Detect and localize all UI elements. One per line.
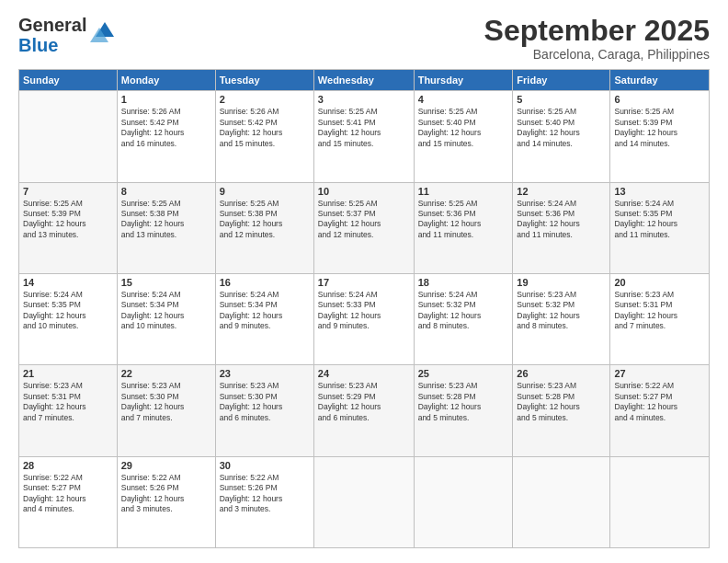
calendar-week-row: 1Sunrise: 5:26 AM Sunset: 5:42 PM Daylig…	[19, 91, 710, 182]
day-info: Sunrise: 5:24 AM Sunset: 5:34 PM Dayligh…	[121, 290, 211, 332]
calendar-header-row: Sunday Monday Tuesday Wednesday Thursday…	[19, 70, 710, 91]
table-row: 8Sunrise: 5:25 AM Sunset: 5:38 PM Daylig…	[117, 182, 215, 273]
day-info: Sunrise: 5:23 AM Sunset: 5:31 PM Dayligh…	[23, 381, 113, 423]
day-number: 12	[517, 186, 606, 197]
table-row: 5Sunrise: 5:25 AM Sunset: 5:40 PM Daylig…	[513, 91, 610, 182]
day-info: Sunrise: 5:26 AM Sunset: 5:42 PM Dayligh…	[121, 107, 211, 149]
day-number: 14	[23, 277, 113, 288]
day-number: 23	[220, 368, 310, 379]
table-row	[313, 456, 414, 547]
page: General Blue September 2025 Barcelona, C…	[0, 0, 728, 563]
table-row: 2Sunrise: 5:26 AM Sunset: 5:42 PM Daylig…	[215, 91, 313, 182]
day-info: Sunrise: 5:23 AM Sunset: 5:29 PM Dayligh…	[318, 381, 410, 423]
day-number: 7	[23, 186, 113, 197]
day-info: Sunrise: 5:25 AM Sunset: 5:38 PM Dayligh…	[121, 199, 211, 241]
day-number: 2	[220, 94, 310, 105]
day-info: Sunrise: 5:25 AM Sunset: 5:36 PM Dayligh…	[418, 199, 509, 241]
day-number: 19	[517, 277, 606, 288]
day-info: Sunrise: 5:23 AM Sunset: 5:32 PM Dayligh…	[517, 290, 606, 332]
calendar-week-row: 7Sunrise: 5:25 AM Sunset: 5:39 PM Daylig…	[19, 182, 710, 273]
table-row: 6Sunrise: 5:25 AM Sunset: 5:39 PM Daylig…	[610, 91, 710, 182]
logo: General Blue	[18, 15, 118, 55]
day-info: Sunrise: 5:23 AM Sunset: 5:30 PM Dayligh…	[220, 381, 310, 423]
day-number: 1	[121, 94, 211, 105]
table-row: 7Sunrise: 5:25 AM Sunset: 5:39 PM Daylig…	[19, 182, 118, 273]
location-subtitle: Barcelona, Caraga, Philippines	[484, 47, 710, 62]
day-number: 15	[121, 277, 211, 288]
day-info: Sunrise: 5:22 AM Sunset: 5:27 PM Dayligh…	[614, 381, 705, 423]
day-number: 18	[418, 277, 509, 288]
day-number: 16	[220, 277, 310, 288]
calendar-week-row: 21Sunrise: 5:23 AM Sunset: 5:31 PM Dayli…	[19, 365, 710, 456]
table-row: 15Sunrise: 5:24 AM Sunset: 5:34 PM Dayli…	[117, 273, 215, 364]
col-tuesday: Tuesday	[215, 70, 313, 91]
day-info: Sunrise: 5:25 AM Sunset: 5:41 PM Dayligh…	[318, 107, 410, 149]
col-saturday: Saturday	[610, 70, 710, 91]
day-info: Sunrise: 5:24 AM Sunset: 5:35 PM Dayligh…	[614, 199, 705, 241]
table-row: 23Sunrise: 5:23 AM Sunset: 5:30 PM Dayli…	[215, 365, 313, 456]
col-sunday: Sunday	[19, 70, 118, 91]
table-row: 4Sunrise: 5:25 AM Sunset: 5:40 PM Daylig…	[414, 91, 513, 182]
day-number: 22	[121, 368, 211, 379]
table-row: 25Sunrise: 5:23 AM Sunset: 5:28 PM Dayli…	[414, 365, 513, 456]
day-number: 10	[318, 186, 410, 197]
table-row	[513, 456, 610, 547]
day-info: Sunrise: 5:26 AM Sunset: 5:42 PM Dayligh…	[220, 107, 310, 149]
day-number: 26	[517, 368, 606, 379]
day-number: 5	[517, 94, 606, 105]
day-number: 20	[614, 277, 705, 288]
day-number: 29	[121, 460, 211, 471]
col-monday: Monday	[117, 70, 215, 91]
table-row: 18Sunrise: 5:24 AM Sunset: 5:32 PM Dayli…	[414, 273, 513, 364]
day-number: 27	[614, 368, 705, 379]
table-row: 11Sunrise: 5:25 AM Sunset: 5:36 PM Dayli…	[414, 182, 513, 273]
col-wednesday: Wednesday	[313, 70, 414, 91]
logo-line1: General	[18, 15, 86, 35]
day-number: 30	[220, 460, 310, 471]
day-number: 17	[318, 277, 410, 288]
day-info: Sunrise: 5:24 AM Sunset: 5:33 PM Dayligh…	[318, 290, 410, 332]
table-row: 3Sunrise: 5:25 AM Sunset: 5:41 PM Daylig…	[313, 91, 414, 182]
header: General Blue September 2025 Barcelona, C…	[18, 15, 710, 62]
table-row: 13Sunrise: 5:24 AM Sunset: 5:35 PM Dayli…	[610, 182, 710, 273]
table-row: 26Sunrise: 5:23 AM Sunset: 5:28 PM Dayli…	[513, 365, 610, 456]
day-info: Sunrise: 5:23 AM Sunset: 5:30 PM Dayligh…	[121, 381, 211, 423]
day-info: Sunrise: 5:22 AM Sunset: 5:26 PM Dayligh…	[220, 473, 310, 515]
day-info: Sunrise: 5:25 AM Sunset: 5:39 PM Dayligh…	[23, 199, 113, 241]
table-row: 17Sunrise: 5:24 AM Sunset: 5:33 PM Dayli…	[313, 273, 414, 364]
day-info: Sunrise: 5:25 AM Sunset: 5:37 PM Dayligh…	[318, 199, 410, 241]
table-row: 9Sunrise: 5:25 AM Sunset: 5:38 PM Daylig…	[215, 182, 313, 273]
day-number: 28	[23, 460, 113, 471]
table-row	[414, 456, 513, 547]
day-number: 11	[418, 186, 509, 197]
day-number: 3	[318, 94, 410, 105]
table-row: 21Sunrise: 5:23 AM Sunset: 5:31 PM Dayli…	[19, 365, 118, 456]
day-info: Sunrise: 5:25 AM Sunset: 5:38 PM Dayligh…	[220, 199, 310, 241]
table-row: 20Sunrise: 5:23 AM Sunset: 5:31 PM Dayli…	[610, 273, 710, 364]
day-info: Sunrise: 5:24 AM Sunset: 5:32 PM Dayligh…	[418, 290, 509, 332]
col-thursday: Thursday	[414, 70, 513, 91]
title-section: September 2025 Barcelona, Caraga, Philip…	[484, 15, 710, 62]
day-info: Sunrise: 5:23 AM Sunset: 5:31 PM Dayligh…	[614, 290, 705, 332]
table-row: 29Sunrise: 5:22 AM Sunset: 5:26 PM Dayli…	[117, 456, 215, 547]
day-info: Sunrise: 5:24 AM Sunset: 5:34 PM Dayligh…	[220, 290, 310, 332]
day-info: Sunrise: 5:23 AM Sunset: 5:28 PM Dayligh…	[517, 381, 606, 423]
col-friday: Friday	[513, 70, 610, 91]
table-row: 28Sunrise: 5:22 AM Sunset: 5:27 PM Dayli…	[19, 456, 118, 547]
calendar-week-row: 14Sunrise: 5:24 AM Sunset: 5:35 PM Dayli…	[19, 273, 710, 364]
table-row: 12Sunrise: 5:24 AM Sunset: 5:36 PM Dayli…	[513, 182, 610, 273]
table-row	[610, 456, 710, 547]
day-info: Sunrise: 5:24 AM Sunset: 5:36 PM Dayligh…	[517, 199, 606, 241]
day-number: 25	[418, 368, 509, 379]
logo-icon	[88, 18, 118, 44]
table-row: 24Sunrise: 5:23 AM Sunset: 5:29 PM Dayli…	[313, 365, 414, 456]
day-number: 13	[614, 186, 705, 197]
day-info: Sunrise: 5:25 AM Sunset: 5:39 PM Dayligh…	[614, 107, 705, 149]
day-number: 8	[121, 186, 211, 197]
calendar-week-row: 28Sunrise: 5:22 AM Sunset: 5:27 PM Dayli…	[19, 456, 710, 547]
table-row: 19Sunrise: 5:23 AM Sunset: 5:32 PM Dayli…	[513, 273, 610, 364]
day-info: Sunrise: 5:22 AM Sunset: 5:26 PM Dayligh…	[121, 473, 211, 515]
month-title: September 2025	[484, 15, 710, 47]
table-row: 16Sunrise: 5:24 AM Sunset: 5:34 PM Dayli…	[215, 273, 313, 364]
calendar-table: Sunday Monday Tuesday Wednesday Thursday…	[18, 69, 710, 548]
